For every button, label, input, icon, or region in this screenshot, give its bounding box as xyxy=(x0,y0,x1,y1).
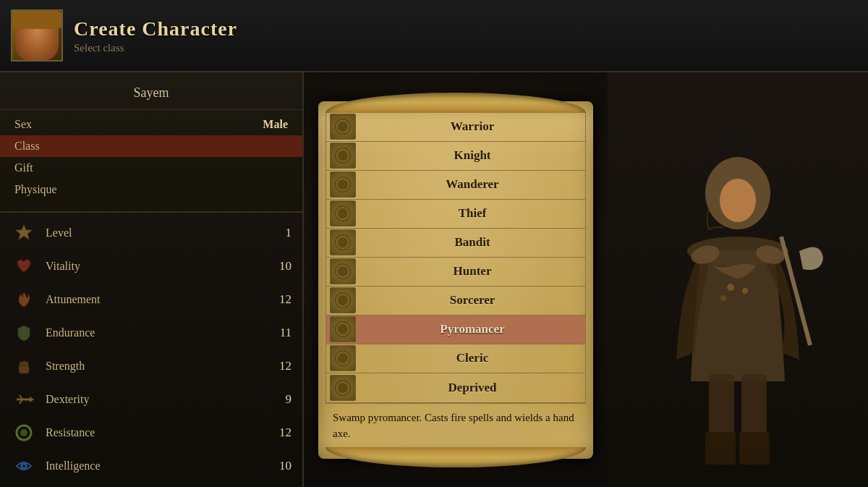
class-item-deprived[interactable]: Deprived xyxy=(326,373,585,402)
class-icon-cleric xyxy=(330,345,356,371)
class-name-hunter: Hunter xyxy=(359,264,585,279)
stat-value-resistance: 12 xyxy=(273,425,292,440)
class-name-bandit: Bandit xyxy=(359,235,585,250)
class-icon-pyromancer xyxy=(330,316,356,342)
class-name-sorcerer: Sorcerer xyxy=(359,293,585,308)
avatar-hair xyxy=(11,9,63,29)
svg-point-10 xyxy=(20,429,27,436)
svg-rect-40 xyxy=(705,432,736,465)
class-icon-thief xyxy=(330,200,356,226)
svg-point-20 xyxy=(338,179,348,190)
sex-value: Male xyxy=(263,118,288,131)
svg-point-37 xyxy=(720,179,756,222)
class-name-knight: Knight xyxy=(359,148,585,163)
intelligence-icon xyxy=(11,453,37,479)
class-name-warrior: Warrior xyxy=(359,119,585,134)
vitality-icon xyxy=(11,253,37,279)
class-row[interactable]: Class xyxy=(0,135,302,157)
stats-section: Level 1 Vitality 10 Attunement 12 Endura… xyxy=(0,213,302,487)
stat-label-attunement: Attunement xyxy=(46,293,273,306)
svg-point-30 xyxy=(338,324,348,334)
class-item-thief[interactable]: Thief xyxy=(326,200,585,229)
stat-label-dexterity: Dexterity xyxy=(46,393,273,406)
character-name: Sayem xyxy=(0,80,302,110)
stat-value-level: 1 xyxy=(273,226,292,240)
physique-label: Physique xyxy=(14,183,288,196)
stat-row-intelligence: Intelligence 10 xyxy=(0,449,302,483)
class-name-wanderer: Wanderer xyxy=(359,177,585,192)
stat-label-strength: Strength xyxy=(46,360,273,373)
class-icon-sorcerer xyxy=(330,287,356,313)
stat-label-resistance: Resistance xyxy=(46,426,273,439)
page-subtitle: Select class xyxy=(74,42,237,54)
svg-point-45 xyxy=(720,295,726,301)
stat-value-attunement: 12 xyxy=(273,292,292,307)
svg-marker-6 xyxy=(30,397,34,402)
stat-row-vitality: Vitality 10 xyxy=(0,250,302,283)
class-name-pyromancer: Pyromancer xyxy=(359,322,585,336)
stat-row-dexterity: Dexterity 9 xyxy=(0,383,302,416)
class-item-cleric[interactable]: Cleric xyxy=(326,344,585,373)
header-text: Create Character Select class xyxy=(74,17,237,54)
class-list: Warrior Knight Wanderer Thief Bandit Hun… xyxy=(326,112,586,403)
svg-point-12 xyxy=(22,465,25,467)
class-name-cleric: Cleric xyxy=(359,351,585,365)
svg-point-24 xyxy=(338,237,348,247)
stat-value-endurance: 11 xyxy=(273,326,292,340)
character-preview xyxy=(622,92,854,468)
stat-label-vitality: Vitality xyxy=(46,260,273,273)
class-description: Swamp pyromancer. Casts fire spells and … xyxy=(326,403,586,448)
scroll-area: Warrior Knight Wanderer Thief Bandit Hun… xyxy=(304,72,608,487)
physique-row[interactable]: Physique xyxy=(0,179,302,200)
svg-point-44 xyxy=(742,288,748,294)
strength-icon xyxy=(11,353,37,379)
svg-point-18 xyxy=(338,151,348,161)
gift-label: Gift xyxy=(14,161,288,174)
stat-value-intelligence: 10 xyxy=(273,459,292,473)
character-info: Sayem Sex Male Class Gift Physique xyxy=(0,72,302,213)
svg-point-34 xyxy=(338,383,348,393)
stat-value-vitality: 10 xyxy=(273,259,292,274)
svg-point-22 xyxy=(338,208,348,219)
endurance-icon xyxy=(11,320,37,346)
stat-label-level: Level xyxy=(46,226,273,240)
page-title: Create Character xyxy=(74,17,237,41)
sex-label: Sex xyxy=(14,118,263,131)
stat-row-endurance: Endurance 11 xyxy=(0,316,302,350)
svg-rect-4 xyxy=(25,362,28,366)
class-icon-wanderer xyxy=(330,171,356,198)
class-icon-hunter xyxy=(330,258,356,284)
class-item-pyromancer[interactable]: Pyromancer xyxy=(326,316,585,344)
level-icon xyxy=(11,220,37,246)
svg-rect-41 xyxy=(739,432,770,465)
class-name-thief: Thief xyxy=(359,206,585,221)
dexterity-icon xyxy=(11,386,37,412)
class-item-sorcerer[interactable]: Sorcerer xyxy=(326,287,585,316)
svg-point-26 xyxy=(338,266,348,276)
avatar xyxy=(11,9,63,62)
gift-row[interactable]: Gift xyxy=(0,157,302,179)
description-text: Swamp pyromancer. Casts fire spells and … xyxy=(333,410,579,442)
class-item-wanderer[interactable]: Wanderer xyxy=(326,171,585,200)
stat-value-strength: 12 xyxy=(273,359,292,373)
sex-row: Sex Male xyxy=(0,114,302,135)
right-panel xyxy=(608,72,868,487)
stat-label-endurance: Endurance xyxy=(46,326,273,339)
class-item-warrior[interactable]: Warrior xyxy=(326,113,585,142)
class-scroll: Warrior Knight Wanderer Thief Bandit Hun… xyxy=(318,101,593,459)
class-item-knight[interactable]: Knight xyxy=(326,142,585,171)
stat-row-attunement: Attunement 12 xyxy=(0,283,302,316)
resistance-icon xyxy=(11,420,37,446)
class-label: Class xyxy=(14,140,288,153)
left-panel: Sayem Sex Male Class Gift Physique Level… xyxy=(0,72,304,487)
class-icon-knight xyxy=(330,143,356,169)
stat-label-intelligence: Intelligence xyxy=(46,460,273,473)
stat-row-level: Level 1 xyxy=(0,216,302,250)
stat-row-resistance: Resistance 12 xyxy=(0,416,302,449)
class-item-hunter[interactable]: Hunter xyxy=(326,258,585,287)
stat-value-dexterity: 9 xyxy=(273,392,292,407)
class-item-bandit[interactable]: Bandit xyxy=(326,229,585,258)
class-icon-deprived xyxy=(330,375,356,401)
svg-point-32 xyxy=(338,353,348,363)
svg-point-43 xyxy=(727,284,734,291)
